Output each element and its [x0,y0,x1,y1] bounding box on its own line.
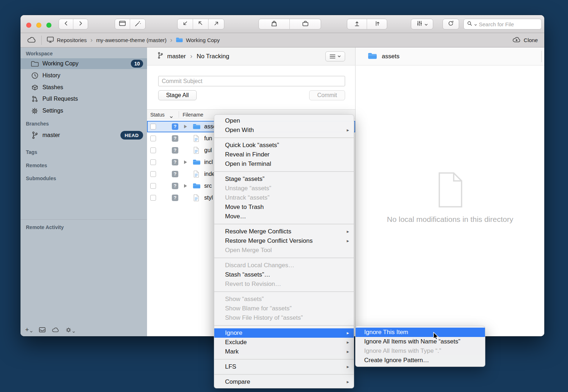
menu-item-label: Ignore This Item [364,329,408,336]
sidebar-header-tags[interactable]: Tags [26,149,37,155]
menu-item-lfs[interactable]: LFS▸ [214,362,354,372]
close-window-button[interactable] [26,23,31,28]
refresh-button[interactable] [443,19,459,29]
breadcrumb-label: Repositories [57,37,87,43]
submenu-arrow-icon: ▸ [347,126,349,135]
sidebar-item-pull-requests[interactable]: Pull Requests [20,94,147,104]
chevron-left-icon [63,20,69,28]
menu-item-resolve-merge-conflicts[interactable]: Resolve Merge Conflicts▸ [214,227,354,236]
sidebar-item-branch-master[interactable]: master HEAD [20,130,147,141]
sidebar-item-working-copy[interactable]: Working Copy 10 [20,58,147,69]
submenu-item-ignore-all-with-name[interactable]: Ignore All Items with Name “assets” [356,337,485,346]
desktop: Repositories › my-awesome-theme (master)… [0,0,568,392]
sidebar-item-label: History [42,72,60,79]
stage-checkbox[interactable] [150,159,156,165]
menu-item-compare[interactable]: Compare▸ [214,377,354,387]
breadcrumb-repositories[interactable]: Repositories [47,36,87,44]
menu-item-label: Compare [225,378,250,385]
menu-item-ignore[interactable]: Ignore▸ [214,328,354,338]
minimize-window-button[interactable] [36,23,41,28]
menu-item-open-merge-tool: Open Merge Tool [214,246,354,255]
menu-item-open-with[interactable]: Open With▸ [214,126,354,135]
chevron-down-icon[interactable] [170,114,173,119]
stage-checkbox[interactable] [150,136,156,141]
sidebar-header-branches[interactable]: Branches [26,121,49,127]
folder-icon [176,37,183,44]
inbox-tray-button[interactable] [39,327,46,333]
sidebar-settings-button[interactable] [65,327,75,333]
cloud-account-button[interactable] [52,327,59,332]
menu-separator [214,257,354,258]
search-input[interactable] [479,21,544,27]
checkout-button[interactable] [367,19,387,29]
sidebar-item-settings[interactable]: Settings [20,105,147,116]
zoom-window-button[interactable] [46,23,51,28]
submenu-item-create-ignore-pattern[interactable]: Create Ignore Pattern… [356,356,485,365]
menu-item-unstage: Unstage “assets” [214,184,354,193]
sidebar-item-stashes[interactable]: Stashes [20,82,147,93]
menu-item-stash[interactable]: Stash “assets”… [214,270,354,279]
forward-button[interactable] [73,19,88,29]
menu-item-mark[interactable]: Mark▸ [214,347,354,356]
discard-button[interactable] [290,19,321,29]
stage-checkbox[interactable] [150,147,156,153]
filename-column-header[interactable]: Filename [183,112,203,118]
view-options-button[interactable] [325,51,345,61]
divider [20,219,147,220]
disclosure-triangle-icon[interactable] [184,125,187,128]
context-menu: Open Open With▸ Quick Look “assets” Reve… [214,114,354,388]
pull-button[interactable] [178,19,193,29]
stage-all-button[interactable]: Stage All [158,90,197,100]
auto-stage-button[interactable] [130,19,145,29]
chevron-down-icon [425,21,428,27]
commit-mode-button[interactable] [347,19,367,29]
menu-item-restore-merge-conflict-versions[interactable]: Restore Merge Conflict Versions▸ [214,236,354,246]
sidebar-header-remotes[interactable]: Remotes [26,163,47,168]
menu-separator [214,171,354,172]
menu-item-open[interactable]: Open [214,116,354,126]
column-resize-handle[interactable] [541,51,542,62]
file-search [463,19,542,29]
menu-item-label: Ignore All Items with Name “assets” [364,338,460,345]
stash-button[interactable] [259,19,290,29]
stage-checkbox[interactable] [150,171,156,177]
menu-item-move[interactable]: Move… [214,212,354,221]
column-divider[interactable] [179,111,179,118]
mouse-pointer-icon [431,331,441,341]
menu-item-open-in-terminal[interactable]: Open in Terminal [214,159,354,169]
remote-cloud-button[interactable] [27,37,36,44]
sidebar-header-submodules[interactable]: Submodules [26,176,56,181]
filter-button[interactable] [411,19,433,29]
pull-request-icon [31,95,39,102]
push-button[interactable] [209,19,224,29]
menu-item-stage[interactable]: Stage “assets” [214,174,354,184]
stage-checkbox[interactable] [150,195,156,201]
menu-item-exclude[interactable]: Exclude▸ [214,338,354,347]
stage-checkbox[interactable] [150,124,156,129]
submenu-item-ignore-this-item[interactable]: Ignore This Item [356,328,485,337]
status-column-header[interactable]: Status [150,112,165,118]
disclosure-triangle-icon[interactable] [184,160,187,164]
commit-subject-input[interactable] [158,76,345,86]
submenu-item-ignore-all-with-type: Ignore All Items with Type “.” [356,346,485,356]
disclosure-triangle-icon[interactable] [184,184,187,188]
breadcrumb-repo-name[interactable]: my-awesome-theme (master) [96,37,166,43]
breadcrumb-working-copy[interactable]: Working Copy [176,37,220,44]
submenu-arrow-icon: ▸ [347,377,349,387]
arrow-up-from-line-icon [354,20,360,28]
add-repository-button[interactable]: + [25,327,33,333]
sidebar-item-history[interactable]: History [20,70,147,81]
menu-item-quick-look[interactable]: Quick Look “assets” [214,141,354,150]
menu-item-reveal-in-finder[interactable]: Reveal in Finder [214,150,354,159]
breadcrumb-label: Working Copy [186,37,220,43]
stage-checkbox[interactable] [150,183,156,189]
menu-item-label: Open Merge Tool [225,247,272,254]
menu-item-label: Discard Local Changes… [225,262,294,269]
clone-button[interactable]: Clone [512,37,538,44]
back-button[interactable] [59,19,73,29]
file-name: src [204,183,212,189]
fetch-button[interactable] [193,19,209,29]
panel-view-button[interactable] [115,19,130,29]
menu-item-move-to-trash[interactable]: Move to Trash [214,202,354,212]
chevron-down-icon [474,21,477,27]
